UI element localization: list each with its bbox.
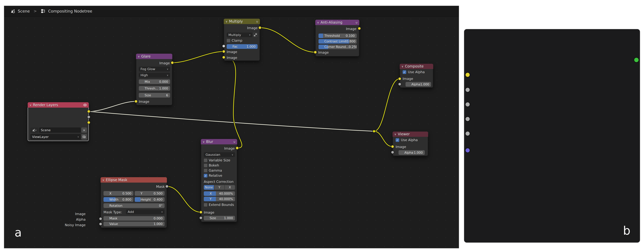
- checker-icon: [254, 34, 257, 36]
- node-multiply-header[interactable]: ∨ Multiply ∪: [224, 19, 260, 24]
- blend-mode-dropdown[interactable]: Multiply∨: [227, 32, 252, 37]
- render-layer-icon-button[interactable]: [81, 134, 87, 140]
- glare-quality-dropdown[interactable]: High∨: [139, 73, 170, 78]
- value-slider[interactable]: Value 1.000: [104, 222, 164, 226]
- mask-value-slider[interactable]: Mask 0.000: [104, 216, 164, 221]
- view-layer-dropdown[interactable]: ViewLayer ∨: [30, 134, 81, 140]
- collapse-chevron-icon[interactable]: ∨: [102, 178, 104, 182]
- contrast-limit-slider[interactable]: Contrast Limit 0.800: [318, 39, 357, 44]
- fac-slider[interactable]: Fac 1.000: [227, 44, 258, 49]
- aspect-y-button[interactable]: Y: [214, 185, 224, 190]
- field-value: 0.500: [154, 192, 162, 195]
- check-icon: ✓: [204, 174, 207, 177]
- glare-mix-slider[interactable]: Mix 0.000: [139, 79, 170, 84]
- field-value: 0.500: [122, 192, 131, 195]
- mask-x-field[interactable]: X 0.500: [104, 191, 134, 196]
- breadcrumb-scene[interactable]: Scene: [18, 9, 30, 14]
- glare-size-slider[interactable]: Size 6: [139, 93, 170, 98]
- collapse-chevron-icon[interactable]: ∨: [30, 104, 32, 106]
- node-composite[interactable]: ∨ Composite ✓ Use Alpha Image Alpha 1.00…: [400, 64, 433, 88]
- figure-canvas: Scene > Compositing Nodetree: [0, 0, 644, 252]
- use-alpha-label: Use Alpha: [401, 138, 418, 142]
- scene-selector-icon-button[interactable]: ∨: [30, 128, 38, 133]
- chevron-down-icon: ∨: [167, 68, 168, 70]
- slider-label: Alpha: [408, 82, 420, 86]
- collapse-chevron-icon[interactable]: ∨: [138, 55, 140, 58]
- collapse-chevron-icon[interactable]: ∨: [202, 140, 205, 143]
- mask-type-dropdown[interactable]: Add∨: [126, 210, 164, 214]
- gamma-checkbox[interactable]: [204, 169, 208, 172]
- slider-value: 0.250: [349, 45, 357, 49]
- socket-label-image2-input: Image: [227, 56, 237, 60]
- aspect-x-button[interactable]: X: [225, 185, 235, 190]
- slider-value: 0.100: [346, 34, 355, 38]
- socket-label-image-output: Image: [233, 26, 258, 30]
- node-blur-header[interactable]: ∨ Blur ∪: [201, 139, 237, 144]
- glare-type-dropdown[interactable]: Fog Glow∨: [139, 67, 170, 72]
- node-glare-header[interactable]: ∨ Glare: [136, 54, 172, 59]
- node-composite-header[interactable]: ∨ Composite: [400, 64, 433, 69]
- node-anti-aliasing-header[interactable]: ∨ Anti-Aliasing ∪: [315, 20, 359, 25]
- preview-toggle-icon[interactable]: ∪: [233, 140, 236, 143]
- node-blur[interactable]: ∨ Blur ∪ Image Gaussian∨ Variable Size B…: [201, 139, 237, 222]
- scene-field[interactable]: Scene: [39, 128, 81, 133]
- node-title: Multiply: [229, 20, 243, 24]
- collapse-chevron-icon[interactable]: ∨: [317, 21, 319, 24]
- node-glare[interactable]: ∨ Glare Image Fog Glow∨ High∨ Mix 0.000 …: [136, 54, 172, 105]
- collapse-chevron-icon[interactable]: ∨: [402, 65, 404, 68]
- collapse-chevron-icon[interactable]: ∨: [226, 20, 228, 23]
- glare-threshold-slider[interactable]: Thresh... 1.000: [139, 86, 170, 91]
- preview-toggle-icon[interactable]: ∪: [356, 21, 358, 24]
- scene-clear-button[interactable]: ×: [81, 128, 87, 133]
- bokeh-checkbox[interactable]: [204, 164, 208, 167]
- extend-bounds-checkbox[interactable]: [204, 203, 208, 207]
- blur-x-slider[interactable]: X 40.000%: [204, 191, 235, 196]
- threshold-slider[interactable]: Threshold 0.100: [318, 34, 357, 38]
- node-ellipse-mask-header[interactable]: ∨ Ellipse Mask: [100, 177, 167, 182]
- node-ellipse-mask[interactable]: ∨ Ellipse Mask Mask X 0.500 Y 0.500 Widt…: [100, 177, 167, 228]
- node-render-layers[interactable]: ∨ Render Layers Image Alpha Noisy Image …: [28, 102, 89, 141]
- node-title: Ellipse Mask: [106, 178, 127, 182]
- shader-panel-background: Principled BSDF BSDF Base Color Metallic…: [464, 29, 640, 242]
- node-render-layers-header[interactable]: ∨ Render Layers: [28, 102, 89, 108]
- field-label: Width: [106, 198, 118, 202]
- node-title: Anti-Aliasing: [320, 20, 342, 24]
- use-alpha-checkbox[interactable]: ✓: [396, 138, 399, 142]
- eye-icon[interactable]: [83, 104, 87, 106]
- slider-label: X: [206, 192, 212, 196]
- mask-width-field[interactable]: Width 0.800: [104, 197, 134, 202]
- slider-value: 1.000: [154, 222, 162, 226]
- alpha-slider[interactable]: Alpha 1.000: [406, 82, 431, 86]
- relative-checkbox[interactable]: ✓: [204, 174, 208, 178]
- glare-quality-value: High: [140, 73, 148, 77]
- slider-value: 1.000: [420, 82, 429, 86]
- check-icon: ✓: [403, 70, 406, 74]
- use-alpha-checkbox[interactable]: ✓: [402, 70, 406, 74]
- node-viewer-header[interactable]: ∨ Viewer: [392, 132, 428, 137]
- use-clamp-icon-button[interactable]: [253, 32, 258, 37]
- blur-size-slider[interactable]: Size 1.000: [204, 216, 235, 220]
- node-anti-aliasing[interactable]: ∨ Anti-Aliasing ∪ Image Threshold 0.100 …: [315, 20, 359, 56]
- mask-y-field[interactable]: Y 0.500: [135, 191, 164, 196]
- slider-value: 40.000%: [219, 197, 233, 201]
- variable-size-checkbox[interactable]: [204, 158, 208, 162]
- corner-rounding-slider[interactable]: Corner Round... 0.250: [318, 44, 357, 49]
- clamp-checkbox[interactable]: [227, 39, 230, 42]
- slider-value: 1.000: [247, 45, 256, 48]
- field-value: 0°: [159, 204, 162, 208]
- aspect-none-button[interactable]: None: [204, 185, 214, 190]
- mask-height-field[interactable]: Height 0.400: [135, 197, 164, 202]
- preview-toggle-icon[interactable]: ∪: [256, 20, 258, 23]
- node-viewer[interactable]: ∨ Viewer ✓ Use Alpha Image Alpha 1.000: [392, 132, 428, 156]
- blur-filter-dropdown[interactable]: Gaussian∨: [204, 152, 235, 157]
- socket-label-image1-input: Image: [227, 50, 237, 54]
- rotation-field[interactable]: Rotation 0°: [104, 203, 164, 208]
- aspect-correction-segmented: None Y X: [204, 185, 235, 190]
- socket-label-image-output: Image: [210, 146, 235, 151]
- breadcrumb-separator: >: [34, 9, 37, 13]
- node-multiply[interactable]: ∨ Multiply ∪ Image Multiply∨ Clamp Fac 1…: [224, 19, 260, 61]
- breadcrumb-nodetree[interactable]: Compositing Nodetree: [48, 9, 92, 14]
- blur-y-slider[interactable]: Y 40.000%: [204, 197, 235, 201]
- collapse-chevron-icon[interactable]: ∨: [394, 132, 396, 136]
- alpha-slider[interactable]: Alpha 1.000: [398, 150, 425, 155]
